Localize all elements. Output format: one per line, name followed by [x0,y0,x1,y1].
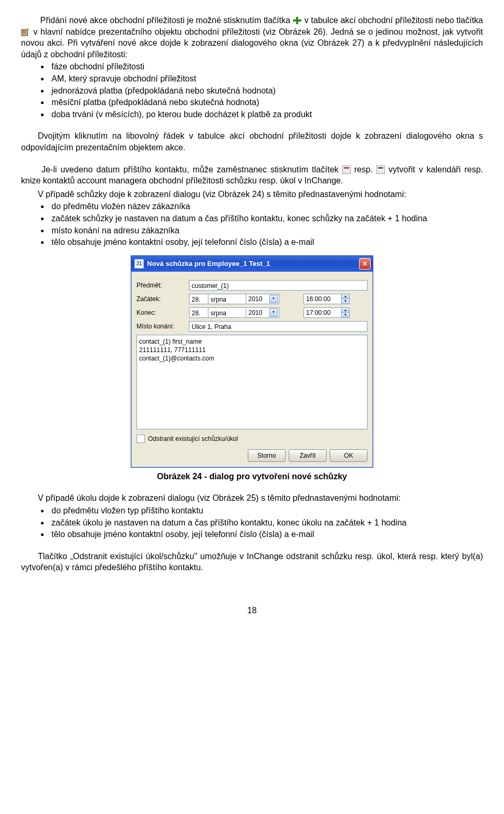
p3-a: Je-li uvedeno datum příštího kontaktu, m… [41,165,342,174]
paragraph-3: Je-li uvedeno datum příštího kontaktu, m… [21,164,483,187]
list-item: do předmětu vložen typ příštího kontaktu [49,505,483,517]
calendar-app-icon: 31 [134,259,144,269]
svg-rect-4 [25,30,26,32]
list-1: fáze obchodní příležitosti AM, který spr… [21,61,483,120]
place-label: Místo konání: [136,322,189,331]
page-number: 18 [21,605,483,616]
paragraph-5: V případě úkolu dojde k zobrazení dialog… [21,492,483,504]
dialog-title: Nová schůzka pro Employee_1 Test_1 [147,259,359,269]
start-month-input[interactable]: srpna [208,294,246,304]
list-item: jednorázová platba (předpokládaná nebo s… [49,85,483,97]
list-item: tělo obsahuje jméno kontaktní osoby, jej… [49,529,483,540]
chevron-down-icon[interactable]: ▾ [269,308,278,317]
end-label: Konec: [136,308,189,317]
task-icon [376,166,385,174]
list-item: doba trvání (v měsících), po kterou bude… [49,109,483,120]
start-time-value: 16:00:00 [306,295,341,303]
ok-button[interactable]: OK [330,449,368,462]
chevron-down-icon[interactable]: ▾ [269,295,278,303]
end-time-value: 17:00:00 [306,308,341,317]
p1-b: v tabulce akcí obchodní příležitosti neb… [304,16,483,25]
list-item: místo konání na adresu zákazníka [49,225,483,236]
paragraph-6: Tlačítko „Odstranit existující úkol/schů… [21,551,483,573]
close-icon[interactable]: ✕ [359,258,371,270]
start-year-value: 2010 [248,295,262,303]
p1-c: v hlavní nabídce prezentačního objektu o… [21,27,483,59]
list-item: fáze obchodní příležitosti [49,61,483,73]
new-action-icon [21,28,30,36]
end-year-value: 2010 [248,308,262,317]
calendar-icon [342,166,351,174]
remove-existing-checkbox[interactable] [136,435,145,443]
svg-rect-6 [25,33,26,34]
start-time-spinner[interactable]: ▲▼ [341,294,349,304]
paragraph-1: Přidání nové akce obchodní příležitosti … [21,15,483,60]
start-time-input[interactable]: 16:00:00 ▲▼ [303,294,350,304]
new-meeting-dialog: 31 Nová schůzka pro Employee_1 Test_1 ✕ … [131,255,373,468]
svg-rect-5 [23,33,24,34]
figure-caption: Obrázek 24 - dialog pro vytvoření nové s… [21,471,483,482]
paragraph-4: V případě schůzky doje k zobrazení dialo… [21,189,483,200]
paragraph-2: Dvojitým kliknutím na libovolný řádek v … [21,130,483,153]
svg-rect-1 [293,19,301,22]
end-month-input[interactable]: srpna [208,307,246,318]
remove-existing-label: Odstranit existující schůzku/úkol [148,435,238,443]
list-3: do předmětu vložen typ příštího kontaktu… [21,505,483,540]
end-time-spinner[interactable]: ▲▼ [341,308,349,317]
plus-icon [292,16,302,25]
start-day-input[interactable]: 28. [189,294,208,304]
end-day-input[interactable]: 28. [189,307,208,318]
list-item: začátek úkolu je nastaven na datum a čas… [49,517,483,529]
list-item: AM, který spravuje obchodní příležitost [49,73,483,85]
list-item: měsíční platba (předpokládaná nebo skute… [49,97,483,108]
list-item: do předmětu vložen název zákazníka [49,201,483,212]
end-time-input[interactable]: 17:00:00 ▲▼ [303,307,350,318]
close-button[interactable]: Zavřít [289,449,327,462]
place-input[interactable]: Ulice 1, Praha [189,321,368,332]
end-year-select[interactable]: 2010 ▾ [246,307,279,318]
dialog-titlebar[interactable]: 31 Nová schůzka pro Employee_1 Test_1 ✕ [131,256,373,272]
p1-a: Přidání nové akce obchodní příležitosti … [40,16,293,25]
body-textarea[interactable]: contact_(1) first_name 211111111, 777111… [136,335,368,429]
storno-button[interactable]: Storno [248,449,286,462]
p3-b: resp. [354,165,377,174]
start-label: Začátek: [136,295,189,303]
start-year-select[interactable]: 2010 ▾ [246,294,279,304]
dialog-body: Předmět: customer_(1) Začátek: 28. srpna… [131,272,373,467]
subject-label: Předmět: [136,281,189,290]
list-item: tělo obsahuje jméno kontaktní osoby, jej… [49,236,483,248]
list-2: do předmětu vložen název zákazníka začát… [21,201,483,248]
list-item: začátek schůzky je nastaven na datum a č… [49,213,483,224]
subject-input[interactable]: customer_(1) [189,280,368,291]
svg-rect-3 [23,30,24,32]
